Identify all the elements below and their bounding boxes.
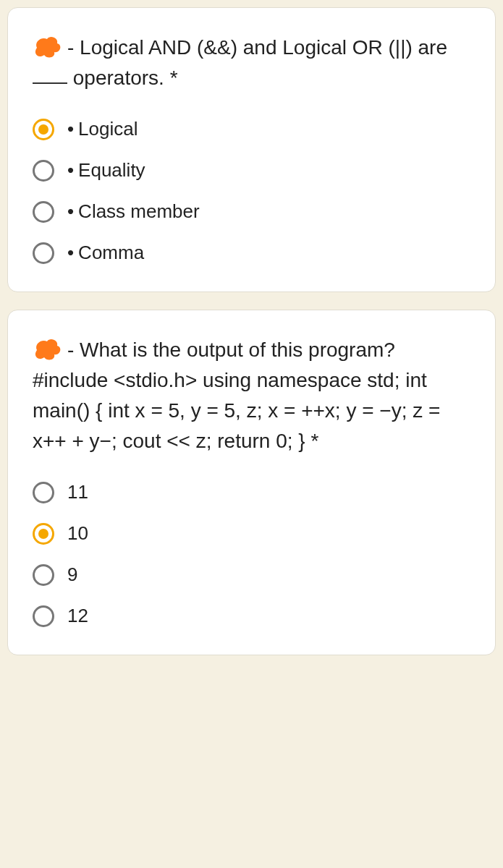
option-label: 10 (67, 522, 88, 545)
options-list-2: 11 10 9 12 (33, 481, 470, 627)
radio-icon (33, 160, 54, 182)
question-prefix: - (67, 36, 74, 59)
blank-line (33, 82, 67, 84)
marker-icon (33, 35, 63, 59)
option-label: •Class member (67, 200, 200, 223)
question-card-2: - What is the output of this program? #i… (7, 310, 496, 655)
option-label: •Comma (67, 242, 144, 264)
option-logical[interactable]: •Logical (33, 118, 470, 140)
option-9[interactable]: 9 (33, 563, 470, 586)
option-label: •Logical (67, 118, 138, 140)
radio-icon (33, 605, 54, 627)
option-class-member[interactable]: •Class member (33, 200, 470, 223)
option-equality[interactable]: •Equality (33, 159, 470, 182)
option-10[interactable]: 10 (33, 522, 470, 545)
radio-icon (33, 119, 54, 140)
option-11[interactable]: 11 (33, 481, 470, 503)
question-part1: Logical AND (&&) and Logical OR (||) are (80, 36, 447, 59)
option-label: •Equality (67, 159, 145, 182)
question-body: What is the output of this program? #inc… (33, 339, 440, 452)
option-label: 11 (67, 481, 88, 503)
option-12[interactable]: 12 (33, 605, 470, 627)
option-label: 9 (67, 563, 77, 586)
radio-icon (33, 242, 54, 264)
question-prefix: - (67, 339, 74, 361)
options-list-1: •Logical •Equality •Class member •Comma (33, 118, 470, 264)
radio-icon (33, 201, 54, 223)
radio-icon (33, 482, 54, 503)
question-part2: operators. * (67, 67, 178, 89)
marker-icon (33, 337, 63, 362)
radio-icon (33, 523, 54, 545)
option-comma[interactable]: •Comma (33, 242, 470, 264)
question-card-1: - Logical AND (&&) and Logical OR (||) a… (7, 7, 496, 292)
question-text-2: - What is the output of this program? #i… (33, 335, 470, 456)
option-label: 12 (67, 605, 88, 627)
radio-icon (33, 564, 54, 586)
question-text-1: - Logical AND (&&) and Logical OR (||) a… (33, 33, 470, 93)
